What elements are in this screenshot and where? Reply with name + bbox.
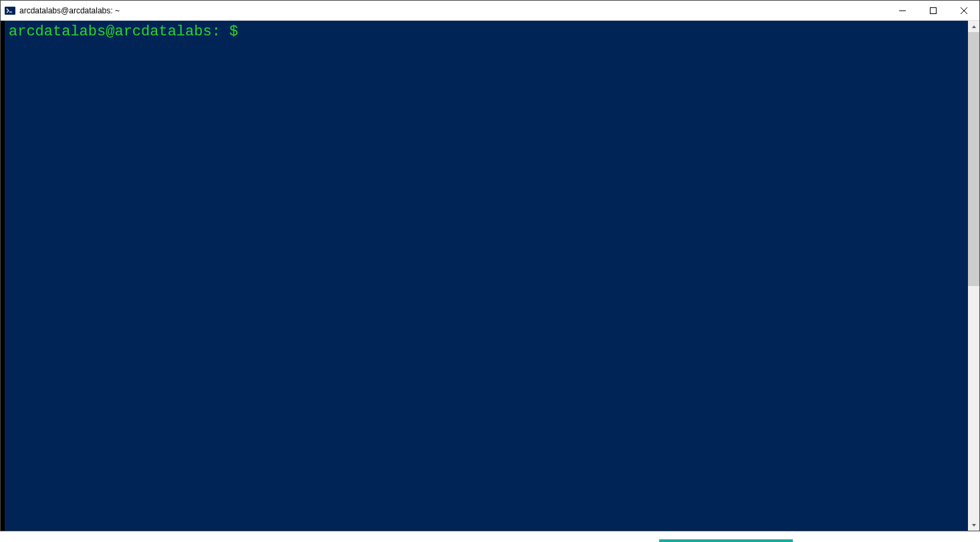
scrollbar-track[interactable] xyxy=(968,32,979,519)
powershell-icon xyxy=(5,5,15,16)
maximize-button[interactable] xyxy=(918,1,949,20)
svg-rect-0 xyxy=(5,7,15,15)
powershell-window: arcdatalabs@arcdatalabs: ~ arcdatalabs@a… xyxy=(0,0,980,531)
terminal-container: arcdatalabs@arcdatalabs: $ xyxy=(1,21,979,531)
window-title: arcdatalabs@arcdatalabs: ~ xyxy=(19,6,887,15)
taskbar-fragment xyxy=(0,531,980,542)
close-button[interactable] xyxy=(949,1,979,20)
window-controls xyxy=(887,1,979,20)
prompt-symbol: $ xyxy=(221,23,238,40)
scrollbar-thumb[interactable] xyxy=(968,32,979,286)
prompt-user-host: arcdatalabs@arcdatalabs: xyxy=(9,23,221,40)
titlebar[interactable]: arcdatalabs@arcdatalabs: ~ xyxy=(1,1,979,21)
svg-rect-2 xyxy=(931,7,937,13)
terminal[interactable]: arcdatalabs@arcdatalabs: $ xyxy=(1,21,968,531)
minimize-button[interactable] xyxy=(887,1,918,20)
scroll-down-arrow[interactable] xyxy=(968,519,979,531)
vertical-scrollbar[interactable] xyxy=(968,21,979,531)
scroll-up-arrow[interactable] xyxy=(968,21,979,32)
taskbar-accent xyxy=(659,539,793,542)
prompt-line: arcdatalabs@arcdatalabs: $ xyxy=(9,23,968,41)
